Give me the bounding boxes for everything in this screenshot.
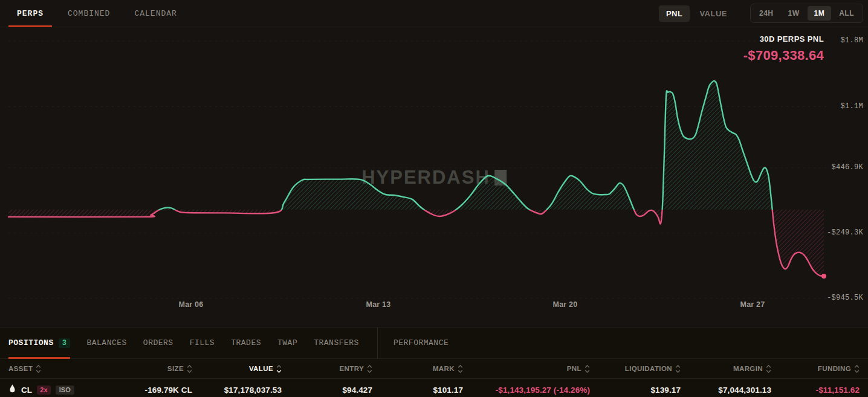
pnl-positive-region bbox=[8, 81, 824, 276]
column-header-label: ASSET bbox=[8, 365, 33, 372]
sort-icon bbox=[187, 364, 192, 373]
metric-toggle: PNLVALUE bbox=[659, 5, 734, 22]
column-header-size[interactable]: SIZE bbox=[115, 364, 192, 373]
column-header-value[interactable]: VALUE bbox=[192, 364, 282, 373]
margin-mode-badge: ISO bbox=[56, 386, 74, 395]
leverage-badge: 2x bbox=[37, 386, 50, 395]
column-header-mark[interactable]: MARK bbox=[372, 364, 463, 373]
column-header-funding[interactable]: FUNDING bbox=[771, 364, 860, 373]
cell-mark: $101.17 bbox=[372, 386, 463, 395]
tab-combined[interactable]: COMBINED bbox=[59, 0, 118, 27]
column-header-label: VALUE bbox=[249, 365, 273, 372]
cell-liquidation: $139.17 bbox=[590, 386, 681, 395]
positions-table-header: ASSETSIZEVALUEENTRYMARKPNLLIQUIDATIONMAR… bbox=[0, 359, 868, 379]
column-header-label: FUNDING bbox=[818, 365, 851, 372]
cell-pnl: -$1,143,195.27 (-14.26%) bbox=[463, 386, 590, 395]
positions-count-badge: 3 bbox=[59, 338, 71, 348]
column-header-label: ENTRY bbox=[339, 365, 364, 372]
panel-tab-label: POSITIONS bbox=[8, 338, 54, 347]
panel-tab-transfers[interactable]: TRANSFERS bbox=[314, 328, 359, 359]
oil-droplet-icon bbox=[8, 384, 16, 394]
panel-tab-label: TRADES bbox=[231, 338, 261, 347]
line-endpoint-dot bbox=[821, 274, 826, 279]
panel-tab-label: ORDERS bbox=[143, 338, 173, 347]
metric-value-button[interactable]: VALUE bbox=[692, 5, 734, 22]
column-header-liquidation[interactable]: LIQUIDATION bbox=[590, 364, 681, 373]
cell-margin: $7,044,301.13 bbox=[681, 386, 771, 395]
panel-tab-label: TRANSFERS bbox=[314, 338, 359, 347]
panel-tab-fills[interactable]: FILLS bbox=[190, 328, 215, 359]
cell-value: $17,178,037.53 bbox=[192, 386, 282, 395]
cell-size: -169.79K CL bbox=[115, 386, 192, 395]
pnl-summary-title: 30D PERPS PNL bbox=[743, 34, 824, 44]
column-header-label: MARK bbox=[433, 365, 455, 372]
range-all-button[interactable]: ALL bbox=[832, 6, 861, 21]
cell-funding: -$11,151.62 bbox=[771, 386, 860, 395]
column-header-label: SIZE bbox=[167, 365, 184, 372]
sort-icon bbox=[585, 364, 590, 373]
panel-tab-label: FILLS bbox=[190, 338, 215, 347]
sort-icon bbox=[854, 364, 860, 373]
column-header-label: MARGIN bbox=[733, 365, 763, 372]
table-row[interactable]: CL2xISO-169.79K CL$17,178,037.53$94.427$… bbox=[0, 379, 868, 397]
panel-tab-positions[interactable]: POSITIONS3 bbox=[8, 328, 70, 359]
column-header-label: LIQUIDATION bbox=[625, 365, 672, 372]
tab-calendar[interactable]: CALENDAR bbox=[126, 0, 185, 27]
sort-icon bbox=[766, 364, 771, 373]
panel-tab-trades[interactable]: TRADES bbox=[231, 328, 261, 359]
time-range-group: 24H1W1MALL bbox=[750, 4, 863, 23]
positions-panel: POSITIONS3BALANCESORDERSFILLSTRADESTWAPT… bbox=[0, 328, 868, 397]
range-1w-button[interactable]: 1W bbox=[782, 6, 806, 21]
chart-controls: PNLVALUE 24H1W1MALL bbox=[659, 4, 863, 23]
column-header-pnl[interactable]: PNL bbox=[463, 364, 590, 373]
pnl-chart: HYPERDASH $1.8M$1.1M$446.9K-$249.3K-$945… bbox=[0, 27, 868, 328]
panel-tab-label: TWAP bbox=[277, 338, 297, 347]
column-header-margin[interactable]: MARGIN bbox=[681, 364, 771, 373]
cell-entry: $94.427 bbox=[282, 386, 372, 395]
asset-cell: CL2xISO bbox=[8, 384, 115, 396]
column-header-asset[interactable]: ASSET bbox=[8, 364, 115, 373]
asset-symbol: CL bbox=[21, 386, 32, 395]
pnl-summary-value: -$709,338.64 bbox=[743, 48, 824, 63]
range-1m-button[interactable]: 1M bbox=[808, 6, 832, 21]
tab-perps[interactable]: PERPS bbox=[8, 0, 52, 27]
column-header-label: PNL bbox=[567, 365, 581, 372]
sort-icon bbox=[367, 364, 372, 373]
sort-icon bbox=[458, 364, 463, 373]
pnl-chart-svg bbox=[0, 27, 868, 328]
panel-tab-balances[interactable]: BALANCES bbox=[86, 328, 126, 359]
sort-icon bbox=[276, 364, 282, 373]
panel-tab-twap[interactable]: TWAP bbox=[277, 328, 297, 359]
metric-pnl-button[interactable]: PNL bbox=[659, 5, 690, 22]
sort-icon bbox=[36, 364, 41, 373]
panel-tabs: POSITIONS3BALANCESORDERSFILLSTRADESTWAPT… bbox=[0, 328, 868, 359]
panel-tab-performance[interactable]: PERFORMANCE bbox=[377, 328, 449, 359]
view-tabs: PERPSCOMBINEDCALENDAR bbox=[0, 0, 193, 27]
panel-tab-label: BALANCES bbox=[86, 338, 126, 347]
panel-tab-label: PERFORMANCE bbox=[394, 338, 449, 347]
hyperdash-trading-dashboard: { "theme": { "accent": "#c23a1d", "posit… bbox=[0, 0, 868, 397]
top-bar: PERPSCOMBINEDCALENDAR PNLVALUE 24H1W1MAL… bbox=[0, 0, 868, 27]
sort-icon bbox=[675, 364, 681, 373]
panel-tab-orders[interactable]: ORDERS bbox=[143, 328, 173, 359]
column-header-entry[interactable]: ENTRY bbox=[282, 364, 372, 373]
range-24h-button[interactable]: 24H bbox=[753, 6, 780, 21]
oil-droplet-icon bbox=[8, 384, 16, 396]
pnl-summary: 30D PERPS PNL -$709,338.64 bbox=[743, 34, 824, 63]
